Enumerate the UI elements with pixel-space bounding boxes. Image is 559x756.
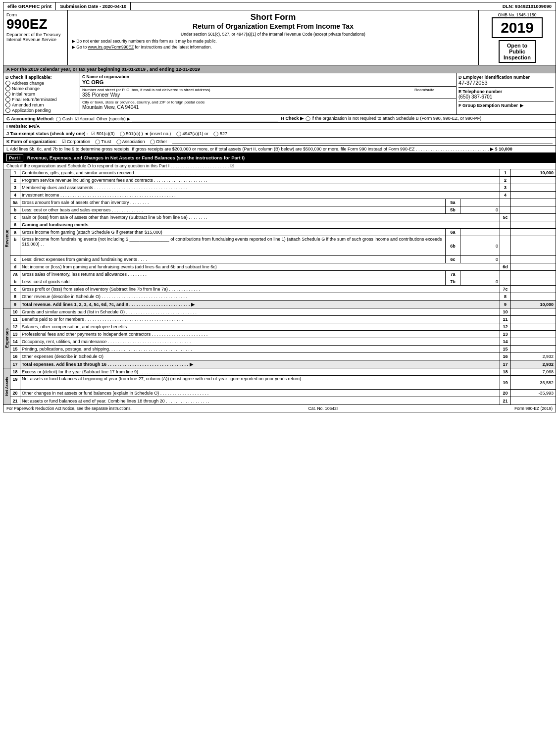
row-3: 3 Membership dues and assessments . . . …	[10, 184, 556, 192]
row-1-desc: Contributions, gifts, grants, and simila…	[20, 169, 500, 176]
street-label: Number and street (or P. O. box, if mail…	[82, 88, 410, 92]
row-2: 2 Program service revenue including gove…	[10, 177, 556, 184]
row-18: 18 Excess or (deficit) for the year (Sub…	[10, 368, 556, 376]
revenue-section: Revenue 1 Contributions, gifts, grants, …	[3, 169, 556, 308]
l-row: L Add lines 5b, 6c, and 7b to line 9 to …	[3, 146, 556, 153]
other-label: Other (specify) ▶	[97, 116, 131, 121]
calendar-row: A For the 2019 calendar year, or tax yea…	[3, 65, 556, 73]
subtitle: Under section 501(c), 527, or 4947(a)(1)…	[72, 32, 474, 37]
title-short: Short Form	[72, 12, 474, 22]
amended-return-radio[interactable]	[5, 102, 10, 107]
amended-return-label: Amended return	[12, 102, 44, 107]
city: Mountain View, CA 94041	[82, 104, 454, 110]
org-name: YC ORG	[82, 79, 454, 85]
row-6d: d Net income or (loss) from gaming and f…	[10, 263, 556, 271]
row-10: 10 Grants and similar amounts paid (list…	[10, 308, 556, 316]
row-6b: b Gross income from fundraising events (…	[10, 236, 556, 256]
row-1: 1 Contributions, gifts, grants, and simi…	[10, 169, 556, 177]
accrual-label: ☑ Accrual	[75, 116, 95, 121]
revenue-label: Revenue	[4, 230, 9, 247]
initial-return-radio[interactable]	[5, 92, 10, 97]
footer-center: Cat. No. 10642I	[308, 406, 338, 411]
notice2: ▶ Go to www.irs.gov/Form990EZ for instru…	[72, 45, 474, 50]
room-label: Room/suite	[414, 88, 454, 92]
row-5a: 5a Gross amount from sale of assets othe…	[10, 199, 556, 206]
b-check-label: B Check if applicable:	[5, 75, 78, 80]
open-public-box: Open to Public Inspection	[499, 40, 536, 63]
row-19: 19 Net assets or fund balances at beginn…	[10, 376, 556, 390]
row-17: 17 Total expenses. Add lines 10 through …	[10, 360, 556, 368]
form-org-row: K Form of organization: ☑ Corporation ◯ …	[3, 138, 556, 146]
row-6: 6 Gaming and fundraising events	[10, 221, 556, 229]
footer-right: Form 990-EZ (2019)	[514, 406, 553, 411]
application-pending-label: Application pending	[12, 108, 51, 113]
l-text: L Add lines 5b, 6c, and 7b to line 9 to …	[6, 147, 498, 151]
street: 335 Pioneer Way	[82, 92, 410, 98]
final-return-label: Final return/terminated	[12, 97, 57, 102]
name-change-radio[interactable]	[5, 86, 10, 91]
row-6a: a Gross income from gaming (attach Sched…	[10, 229, 556, 236]
row-15: 15 Printing, publications, postage, and …	[10, 346, 556, 353]
dln: DLN: 93492101009090	[499, 2, 556, 10]
net-assets-label: Net Assets	[4, 377, 9, 396]
row-5c: c Gain or (loss) from sale of assets oth…	[10, 214, 556, 221]
name-change-label: Name change	[12, 86, 40, 91]
title-full: Return of Organization Exempt From Incom…	[72, 22, 474, 30]
website-row: I Website: ▶N/A	[3, 123, 556, 130]
row-20: 20 Other changes in net assets or fund b…	[10, 390, 556, 397]
row-11: 11 Benefits paid to or for members . . .…	[10, 316, 556, 323]
footer-left: For Paperwork Reduction Act Notice, see …	[6, 406, 132, 411]
initial-return-label: Initial return	[12, 92, 35, 97]
notice1: ▶ Do not enter social security numbers o…	[72, 39, 474, 44]
row-8: 8 Other revenue (describe in Schedule O)…	[10, 293, 556, 301]
form-number: 990EZ	[6, 17, 64, 31]
dept-label: Department of the Treasury	[6, 32, 64, 37]
address-change-label: Address change	[12, 81, 44, 86]
expenses-section: Expenses 10 Grants and similar amounts p…	[3, 308, 556, 368]
c-label: C Name of organization	[82, 74, 454, 79]
row-7b: b Less: cost of goods sold . . . . . . .…	[10, 278, 556, 286]
address-change-radio[interactable]	[5, 81, 10, 86]
net-assets-section: Net Assets 18 Excess or (deficit) for th…	[3, 368, 556, 405]
row-14: 14 Occupancy, rent, utilities, and maint…	[10, 338, 556, 346]
row-21: 21 Net assets or fund balances at end of…	[10, 397, 556, 404]
irs-label: Internal Revenue Service	[6, 37, 64, 42]
efile-label: efile GRAPHIC print	[3, 2, 56, 10]
row-7a: 7a Gross sales of inventory, less return…	[10, 271, 556, 278]
part1-header: Part I Revenue, Expenses, and Changes in…	[3, 153, 556, 163]
final-return-radio[interactable]	[5, 97, 10, 102]
footer: For Paperwork Reduction Act Notice, see …	[3, 405, 556, 412]
row-9: 9 Total revenue. Add lines 1, 2, 3, 4, 5…	[10, 301, 556, 308]
e-label: E Telephone number	[458, 89, 554, 94]
row-13: 13 Professional fees and other payments …	[10, 331, 556, 338]
year-box: 2019	[492, 17, 543, 38]
schedule-o-row: Check if the organization used Schedule …	[3, 163, 556, 169]
h-section: H Check ▶ ◯ if the organization is not r…	[281, 116, 553, 121]
l-value: 10,000	[499, 147, 512, 151]
page: efile GRAPHIC print Submission Date - 20…	[0, 0, 559, 414]
application-pending-radio[interactable]	[5, 108, 10, 113]
expenses-label: Expenses	[4, 328, 9, 348]
cash-label: ◯ Cash	[56, 116, 73, 121]
row-7c: c Gross profit or (loss) from sales of i…	[10, 286, 556, 293]
row-12: 12 Salaries, other compensation, and emp…	[10, 323, 556, 331]
row-5b: b Less: cost or other basis and sales ex…	[10, 206, 556, 214]
city-label: City or town, state or province, country…	[82, 100, 454, 104]
row-4: 4 Investment income . . . . . . . . . . …	[10, 192, 556, 199]
g-label: G Accounting Method:	[6, 116, 54, 121]
submission-date: Submission Date - 2020-04-10	[56, 2, 131, 10]
phone: (650) 387-6701	[458, 94, 554, 100]
tax-status-row: J Tax-exempt status (check only one) - ☑…	[3, 130, 556, 138]
f-label: F Group Exemption Number ▶	[458, 103, 554, 108]
row-6c: c Less: direct expenses from gaming and …	[10, 256, 556, 263]
omb: OMB No. 1545-1150	[498, 12, 537, 17]
accounting-section: G Accounting Method: ◯ Cash ☑ Accrual Ot…	[6, 116, 278, 121]
ein: 47-3772053	[458, 80, 554, 86]
row-16: 16 Other expenses (describe in Schedule …	[10, 353, 556, 360]
d-label: D Employer identification number	[458, 75, 554, 80]
